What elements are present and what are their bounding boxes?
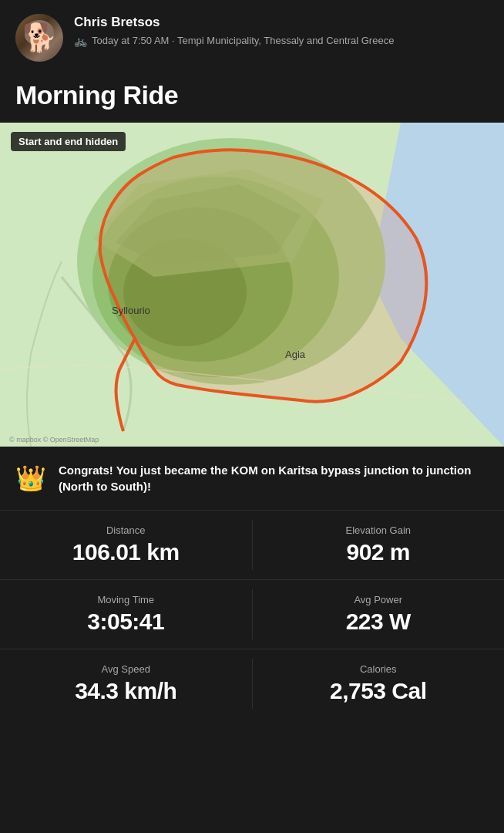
stat-moving-time: Moving Time 3:05:41 (0, 580, 252, 649)
stat-avg-power-label: Avg Power (354, 594, 402, 605)
stat-calories-label: Calories (360, 663, 397, 675)
stat-avg-speed-label: Avg Speed (102, 663, 150, 675)
stat-elevation-value: 902 m (346, 539, 410, 565)
kom-banner: 👑 Congrats! You just became the KOM on K… (0, 447, 504, 511)
stats-section: 👑 Congrats! You just became the KOM on K… (0, 447, 504, 718)
bike-icon: 🚲 (74, 35, 87, 47)
stat-distance-label: Distance (106, 524, 146, 536)
map-container[interactable]: Syllourio Agia © mapbox © OpenStreetMap … (0, 123, 504, 447)
kom-text: Congrats! You just became the KOM on Kar… (59, 462, 489, 494)
stat-avg-speed-value: 34.3 km/h (75, 678, 176, 704)
activity-title-section: Morning Ride (0, 73, 504, 123)
stat-moving-time-label: Moving Time (97, 594, 154, 605)
kom-icon: 👑 (15, 464, 46, 493)
stat-avg-power-value: 223 W (346, 609, 411, 635)
stats-row-2: Moving Time 3:05:41 Avg Power 223 W (0, 580, 504, 649)
header-meta: 🚲 Today at 7:50 AM · Tempi Municipality,… (74, 34, 489, 48)
stat-distance-value: 106.01 km (72, 539, 180, 565)
stat-avg-speed: Avg Speed 34.3 km/h (0, 649, 252, 718)
stat-distance: Distance 106.01 km (0, 511, 252, 579)
svg-text:© mapbox © OpenStreetMap: © mapbox © OpenStreetMap (9, 436, 99, 443)
header: Chris Bretsos 🚲 Today at 7:50 AM · Tempi… (0, 0, 504, 73)
stat-calories-value: 2,753 Cal (330, 678, 427, 704)
avatar[interactable] (15, 14, 63, 62)
page-title: Morning Ride (15, 80, 489, 110)
stat-moving-time-value: 3:05:41 (87, 609, 164, 635)
svg-text:Agia: Agia (285, 349, 306, 360)
stats-row-3: Avg Speed 34.3 km/h Calories 2,753 Cal (0, 649, 504, 718)
stat-elevation-label: Elevation Gain (345, 524, 411, 536)
user-name[interactable]: Chris Bretsos (74, 14, 489, 31)
stat-calories: Calories 2,753 Cal (253, 649, 505, 718)
map-hidden-label: Start and end hidden (11, 132, 126, 151)
svg-text:Syllourio: Syllourio (112, 305, 150, 316)
header-info: Chris Bretsos 🚲 Today at 7:50 AM · Tempi… (74, 14, 489, 48)
stat-elevation: Elevation Gain 902 m (253, 511, 505, 579)
meta-text: Today at 7:50 AM · Tempi Municipality, T… (92, 34, 394, 48)
stats-row-1: Distance 106.01 km Elevation Gain 902 m (0, 511, 504, 580)
stat-avg-power: Avg Power 223 W (253, 580, 505, 649)
